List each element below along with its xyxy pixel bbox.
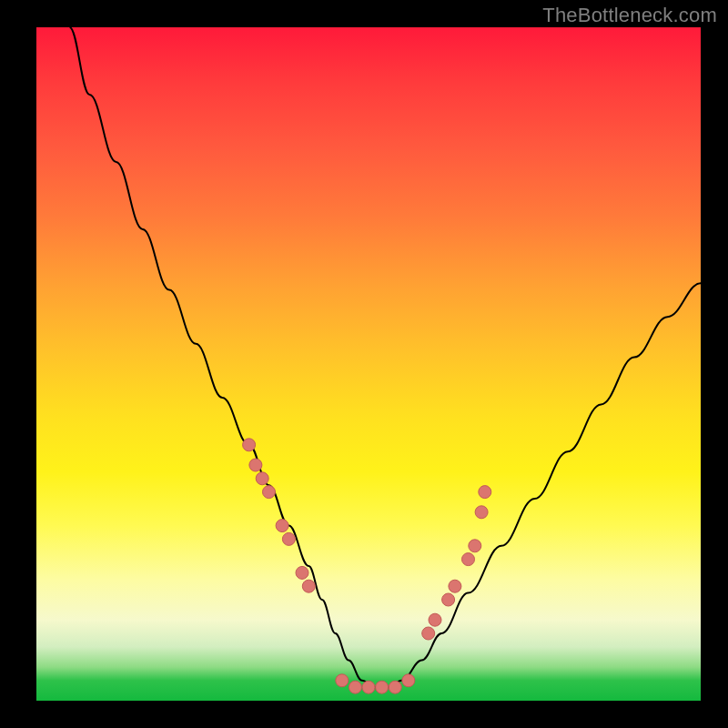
marker-point [296, 566, 308, 579]
marker-point [276, 520, 288, 532]
marker-point [362, 681, 375, 693]
marker-point [442, 593, 455, 606]
marker-point [469, 540, 481, 552]
chart-frame: TheBottleneck.com [0, 0, 728, 728]
marker-point [256, 472, 268, 485]
marker-point [429, 613, 441, 626]
watermark-text: TheBottleneck.com [542, 4, 717, 27]
marker-point [263, 486, 276, 499]
plot-area [36, 27, 701, 701]
bottleneck-curve [70, 27, 702, 687]
chart-svg [36, 27, 701, 701]
marker-point [249, 459, 262, 471]
marker-point [402, 674, 415, 687]
marker-point [449, 580, 461, 592]
marker-point [243, 439, 256, 451]
marker-point [422, 627, 435, 640]
marker-point [479, 486, 491, 499]
marker-point [462, 553, 475, 566]
marker-point [376, 681, 389, 693]
marker-point [282, 532, 295, 545]
marker-point [302, 580, 315, 592]
marker-point [336, 674, 349, 687]
marker-point [389, 681, 401, 693]
highlight-markers [243, 439, 491, 693]
marker-point [349, 681, 361, 693]
marker-point [475, 506, 488, 519]
